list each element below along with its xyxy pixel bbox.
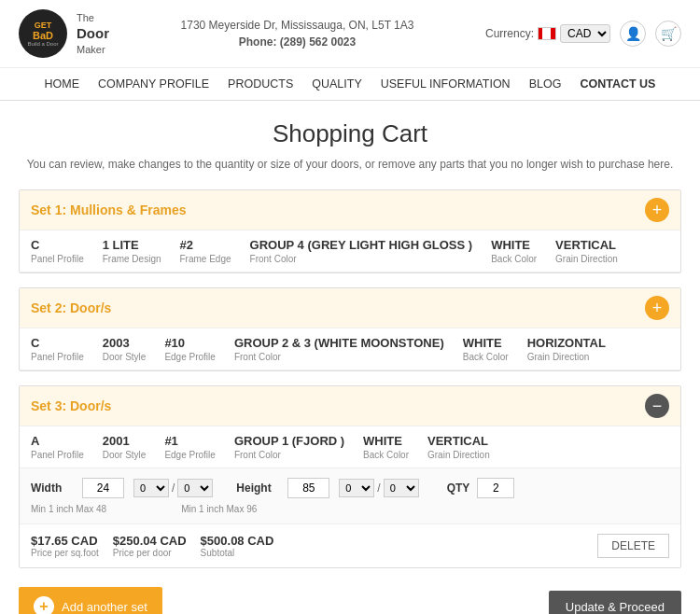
spec-frame-edge: #2 Frame Edge: [180, 238, 231, 264]
qty-label: QTY: [447, 481, 470, 495]
s2-edge-profile: #10 Edge Profile: [164, 336, 215, 362]
logo-area: GET BaD Build a Door The Door Maker: [19, 9, 109, 58]
width-label: Width: [31, 481, 73, 495]
dimensions-row: Width 0 / 0 Height 0 / 0 QTY: [31, 478, 669, 498]
nav-quality[interactable]: QUALITY: [312, 77, 362, 91]
currency-label: Currency:: [485, 27, 534, 40]
cart-set-3: Set 3: Door/s − A Panel Profile 2001 Doo…: [19, 385, 681, 568]
header-address: 1730 Meyerside Dr, Mississauga, ON, L5T …: [181, 19, 414, 32]
set-2-toggle[interactable]: +: [645, 296, 669, 320]
price-subtotal-label: Subtotal: [201, 548, 274, 558]
s3-grain: VERTICAL Grain Direction: [427, 434, 490, 460]
set-3-header: Set 3: Door/s −: [20, 386, 680, 426]
s2-door-style: 2003 Door Style: [103, 336, 147, 362]
s2-front-color: GROUP 2 & 3 (WHITE MOONSTONE) Front Colo…: [234, 336, 444, 362]
set-1-specs: C Panel Profile 1 LITE Frame Design #2 F…: [20, 230, 680, 272]
s3-panel-profile: A Panel Profile: [31, 434, 84, 460]
logo-icon: GET BaD Build a Door: [19, 9, 67, 58]
price-per-sqft-value: $17.65 CAD: [31, 534, 99, 548]
canada-flag-icon: [538, 27, 556, 40]
spec-grain: VERTICAL Grain Direction: [555, 238, 618, 264]
add-set-label: Add another set: [62, 600, 147, 614]
price-subtotal: $500.08 CAD Subtotal: [201, 534, 274, 558]
set-3-toggle[interactable]: −: [645, 394, 669, 418]
set-2-title: Set 2: Door/s: [31, 300, 111, 315]
s3-front-color: GROUP 1 (FJORD ) Front Color: [234, 434, 344, 460]
price-per-door-value: $250.04 CAD: [113, 534, 187, 548]
set-3-dimensions: Width 0 / 0 Height 0 / 0 QTY: [20, 468, 680, 524]
main-content: Shopping Cart You can review, make chang…: [0, 101, 700, 614]
nav-products[interactable]: PRODUCTS: [228, 77, 293, 91]
s2-back-color: WHITE Back Color: [463, 336, 509, 362]
nav-contact[interactable]: CONTACT US: [580, 77, 655, 91]
spec-back-color: WHITE Back Color: [491, 238, 537, 264]
delete-button[interactable]: DELETE: [597, 534, 669, 558]
width-hint: Min 1 inch Max 48: [31, 504, 106, 514]
s3-door-style: 2001 Door Style: [103, 434, 147, 460]
nav-useful[interactable]: USEFUL INFORMATION: [381, 77, 511, 91]
s3-edge-profile: #1 Edge Profile: [164, 434, 215, 460]
width-fraction: 0 / 0: [133, 479, 213, 497]
logo-the: The: [77, 11, 109, 24]
price-per-door: $250.04 CAD Price per door: [113, 534, 187, 558]
set-1-header: Set 1: Mullions & Frames +: [20, 190, 680, 230]
height-fraction: 0 / 0: [339, 479, 418, 497]
spec-front-color: GROUP 4 (GREY LIGHT HIGH GLOSS ) Front C…: [250, 238, 473, 264]
add-set-button[interactable]: + Add another set: [19, 587, 162, 614]
height-denominator[interactable]: 0: [384, 479, 419, 497]
currency-select[interactable]: CAD USD: [560, 24, 610, 43]
set-2-specs: C Panel Profile 2003 Door Style #10 Edge…: [20, 328, 680, 370]
currency-area: Currency: CAD USD: [485, 24, 610, 43]
page-title: Shopping Cart: [19, 119, 681, 148]
logo-text: The Door Maker: [77, 11, 109, 56]
header-right: Currency: CAD USD 👤 🛒: [485, 21, 681, 47]
price-per-sqft: $17.65 CAD Price per sq.foot: [31, 534, 99, 558]
set-3-pricing: $17.65 CAD Price per sq.foot $250.04 CAD…: [20, 524, 680, 567]
qty-area: QTY: [447, 478, 515, 498]
height-numerator[interactable]: 0: [339, 479, 374, 497]
height-input[interactable]: [287, 478, 329, 498]
add-set-plus-icon: +: [34, 596, 54, 614]
logo-get: GET: [35, 21, 52, 30]
nav-company[interactable]: COMPANY PROFILE: [98, 77, 209, 91]
height-hint: Min 1 inch Max 96: [181, 504, 257, 514]
qty-input[interactable]: [477, 478, 514, 498]
s3-back-color: WHITE Back Color: [363, 434, 409, 460]
logo-maker: Maker: [77, 43, 109, 56]
nav-home[interactable]: HOME: [45, 77, 80, 91]
width-input[interactable]: [82, 478, 124, 498]
cart-icon[interactable]: 🛒: [655, 21, 681, 47]
user-icon[interactable]: 👤: [620, 21, 646, 47]
price-per-door-label: Price per door: [113, 548, 187, 558]
set-1-title: Set 1: Mullions & Frames: [31, 202, 186, 217]
set-3-title: Set 3: Door/s: [31, 398, 111, 413]
header-phone: Phone: (289) 562 0023: [181, 35, 414, 49]
cart-set-1: Set 1: Mullions & Frames + C Panel Profi…: [19, 189, 681, 273]
nav-blog[interactable]: BLOG: [529, 77, 562, 91]
contact-info: 1730 Meyerside Dr, Mississauga, ON, L5T …: [181, 19, 414, 49]
update-proceed-button[interactable]: Update & Proceed: [549, 591, 681, 615]
logo-door: Door: [77, 24, 109, 43]
bottom-actions: + Add another set Update & Proceed: [19, 582, 681, 614]
header: GET BaD Build a Door The Door Maker 1730…: [0, 0, 700, 68]
main-nav: HOME COMPANY PROFILE PRODUCTS QUALITY US…: [0, 68, 700, 101]
width-numerator[interactable]: 0: [133, 479, 169, 497]
set-3-specs: A Panel Profile 2001 Door Style #1 Edge …: [20, 426, 680, 468]
set-1-toggle[interactable]: +: [645, 198, 669, 222]
price-per-sqft-label: Price per sq.foot: [31, 548, 99, 558]
s2-panel-profile: C Panel Profile: [31, 336, 84, 362]
logo-bad: BaD: [33, 30, 53, 41]
page-description: You can review, make changes to the quan…: [19, 158, 681, 171]
spec-frame-design: 1 LITE Frame Design: [103, 238, 161, 264]
height-label: Height: [236, 481, 278, 495]
cart-set-2: Set 2: Door/s + C Panel Profile 2003 Doo…: [19, 287, 681, 371]
width-denominator[interactable]: 0: [177, 479, 213, 497]
price-subtotal-value: $500.08 CAD: [201, 534, 274, 548]
spec-panel-profile: C Panel Profile: [31, 238, 84, 264]
set-2-header: Set 2: Door/s +: [20, 288, 680, 328]
s2-grain: HORIZONTAL Grain Direction: [527, 336, 606, 362]
hints-row: Min 1 inch Max 48 Min 1 inch Max 96: [31, 504, 669, 514]
logo-sub: Build a Door: [27, 41, 58, 47]
